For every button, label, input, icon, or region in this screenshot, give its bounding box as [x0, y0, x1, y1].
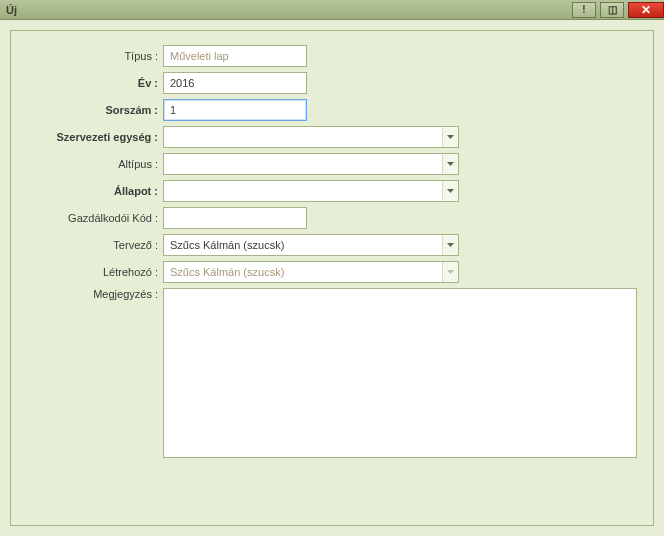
chevron-down-icon [442, 235, 458, 255]
label-ev: Év : [23, 77, 163, 89]
pin-button[interactable]: ◫ [600, 2, 624, 18]
content-area: Típus : Év : Sorszám : Szervezeti egység… [0, 20, 664, 536]
input-tipus [163, 45, 307, 67]
close-button[interactable]: ✕ [628, 2, 664, 18]
form-panel: Típus : Év : Sorszám : Szervezeti egység… [10, 30, 654, 526]
combo-letrehozo-text: Szűcs Kálmán (szucsk) [164, 262, 442, 282]
close-icon: ✕ [641, 3, 651, 17]
input-sorszam[interactable] [163, 99, 307, 121]
help-button[interactable]: ! [572, 2, 596, 18]
label-gazdkod: Gazdálkodói Kód : [23, 212, 163, 224]
chevron-down-icon [442, 127, 458, 147]
label-allapot: Állapot : [23, 185, 163, 197]
label-szervezet: Szervezeti egység : [23, 131, 163, 143]
combo-szervezet-text [164, 127, 442, 147]
combo-allapot-text [164, 181, 442, 201]
label-sorszam: Sorszám : [23, 104, 163, 116]
dialog-window: Új ! ◫ ✕ Típus : Év : [0, 0, 664, 536]
textarea-megjegyzes[interactable] [163, 288, 637, 458]
chevron-down-icon [442, 154, 458, 174]
combo-altipus-text [164, 154, 442, 174]
combo-altipus[interactable] [163, 153, 459, 175]
window-title: Új [6, 4, 568, 16]
combo-allapot[interactable] [163, 180, 459, 202]
input-ev[interactable] [163, 72, 307, 94]
label-altipus: Altípus : [23, 158, 163, 170]
combo-letrehozo: Szűcs Kálmán (szucsk) [163, 261, 459, 283]
exclamation-icon: ! [582, 4, 585, 15]
titlebar: Új ! ◫ ✕ [0, 0, 664, 20]
label-megjegyzes: Megjegyzés : [23, 288, 163, 300]
input-gazdkod[interactable] [163, 207, 307, 229]
combo-tervezo-text: Szűcs Kálmán (szucsk) [164, 235, 442, 255]
pin-icon: ◫ [608, 4, 617, 15]
label-letrehozo: Létrehozó : [23, 266, 163, 278]
chevron-down-icon [442, 181, 458, 201]
combo-tervezo[interactable]: Szűcs Kálmán (szucsk) [163, 234, 459, 256]
label-tervezo: Tervező : [23, 239, 163, 251]
chevron-down-icon [442, 262, 458, 282]
label-tipus: Típus : [23, 50, 163, 62]
combo-szervezet[interactable] [163, 126, 459, 148]
